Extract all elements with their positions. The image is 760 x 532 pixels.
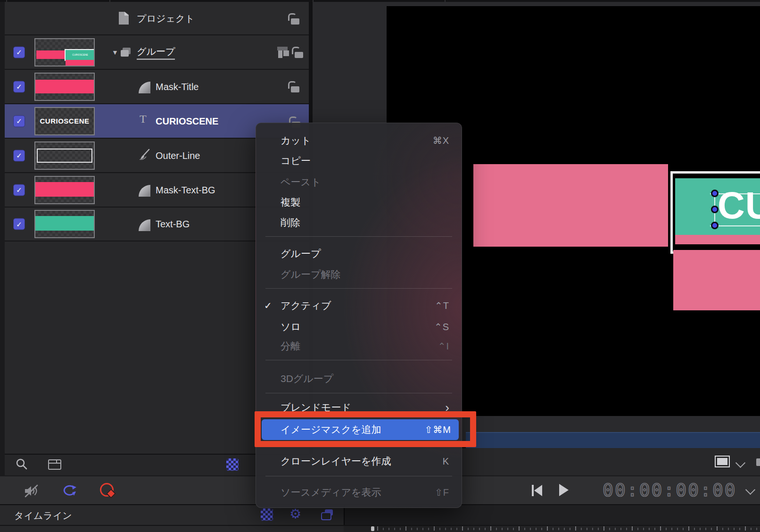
- layer-label: CURIOSCENE: [156, 116, 218, 126]
- layer-thumbnail: [34, 176, 95, 204]
- layer-thumbnail: [34, 141, 95, 170]
- check-icon: ✓: [264, 300, 272, 311]
- menu-separator: [265, 393, 452, 393]
- motion-app-window: プロジェクト ✓ CURIOSCENE ▼ グループ ✓ Mask-Title: [0, 0, 760, 532]
- menu-item-shortcut: ⌃S: [434, 321, 449, 332]
- mute-icon[interactable]: [24, 484, 40, 498]
- menu-item-label: カット: [281, 134, 311, 147]
- layer-label: Mask-Title: [156, 81, 198, 92]
- menu-item-reveal-source-media: ソースメディアを表示 ⇧F: [256, 482, 462, 503]
- menu-item-shortcut: K: [443, 456, 449, 467]
- menu-separator: [265, 360, 452, 360]
- text-layer-icon: T: [140, 113, 147, 125]
- menu-item-delete[interactable]: 削除: [256, 212, 462, 233]
- menu-item-3d-group: 3Dグループ: [256, 368, 462, 389]
- canvas-title-text[interactable]: CU: [718, 187, 760, 224]
- transparency-checker-icon[interactable]: [261, 508, 273, 521]
- loop-icon[interactable]: [61, 483, 78, 498]
- gear-icon[interactable]: ⚙: [289, 507, 301, 521]
- context-menu: カット ⌘X コピー ペースト 複製 削除 グループ グループ解除 ✓ アクティ…: [256, 123, 462, 508]
- thumb-title-box: CURIOSCENE: [65, 49, 95, 61]
- search-icon[interactable]: [16, 458, 28, 471]
- unlock-icon[interactable]: [288, 81, 300, 93]
- transparency-checker-icon[interactable]: [226, 458, 239, 471]
- layer-label: Mask-Text-BG: [156, 184, 215, 195]
- check-icon: ✓: [16, 151, 22, 160]
- menu-item-ungroup: グループ解除: [256, 264, 462, 285]
- mask-icon: [139, 82, 150, 93]
- selection-handle[interactable]: [711, 222, 719, 229]
- mask-icon: [139, 219, 150, 231]
- menu-item-active[interactable]: ✓ アクティブ ⌃T: [256, 295, 462, 316]
- group-layers-icon: [121, 48, 131, 57]
- layer-checkbox[interactable]: ✓: [13, 184, 25, 196]
- layer-checkbox[interactable]: ✓: [13, 115, 25, 127]
- menu-item-shortcut: ⌃T: [435, 300, 449, 311]
- selection-handle[interactable]: [711, 206, 719, 213]
- ruler-ticks-major: [377, 526, 760, 531]
- menu-item-label: グループ: [281, 247, 321, 260]
- menu-item-shortcut: ⌃I: [438, 341, 449, 352]
- menu-separator: [265, 476, 452, 476]
- layer-thumbnail: [34, 210, 95, 238]
- menu-item-label: コピー: [281, 154, 311, 167]
- layer-label: Outer-Line: [156, 150, 200, 161]
- check-icon: ✓: [16, 220, 22, 228]
- layout-icon[interactable]: [48, 459, 61, 470]
- go-to-start-button[interactable]: [532, 485, 543, 496]
- menu-item-duplicate[interactable]: 複製: [256, 192, 462, 213]
- selection-handle[interactable]: [711, 190, 719, 197]
- layer-row-project[interactable]: プロジェクト: [5, 2, 309, 35]
- menu-item-label: 3Dグループ: [281, 372, 333, 385]
- layer-checkbox[interactable]: ✓: [13, 150, 25, 161]
- menu-item-copy[interactable]: コピー: [256, 150, 462, 171]
- menu-item-make-clone-layer[interactable]: クローンレイヤーを作成 K: [256, 451, 462, 472]
- mask-icon: [139, 185, 150, 197]
- thumbnail-text: CURIOSCENE: [35, 108, 94, 134]
- project-document-icon: [119, 12, 129, 25]
- check-icon: ✓: [16, 186, 22, 194]
- canvas-pink-strip: [675, 235, 760, 244]
- menu-item-shortcut: ⌘X: [433, 135, 449, 146]
- timeline-title: タイムライン: [14, 509, 72, 522]
- layer-checkbox[interactable]: ✓: [13, 218, 25, 230]
- fixed-resolution-badge-icon: [277, 46, 289, 58]
- unlock-icon[interactable]: [288, 13, 300, 25]
- layer-row-group[interactable]: ✓ CURIOSCENE ▼ グループ: [5, 35, 309, 70]
- menu-item-cut[interactable]: カット ⌘X: [256, 130, 462, 151]
- menu-item-label: ソースメディアを表示: [281, 486, 381, 499]
- layer-row-mask-title[interactable]: ✓ Mask-Title: [5, 70, 309, 104]
- timeline-scrollbar[interactable]: [466, 432, 760, 448]
- menu-item-solo[interactable]: ソロ ⌃S: [256, 316, 462, 337]
- layer-label: プロジェクト: [137, 12, 195, 25]
- menu-item-label: 複製: [281, 196, 300, 209]
- layer-label: グループ: [137, 45, 175, 59]
- menu-item-label: グループ解除: [281, 268, 340, 281]
- canvas-view-icon[interactable]: [715, 456, 730, 467]
- playhead-marker[interactable]: [371, 526, 374, 531]
- unlock-icon[interactable]: [291, 47, 304, 59]
- play-button[interactable]: [559, 484, 569, 496]
- disclosure-triangle-icon[interactable]: ▼: [112, 49, 118, 56]
- menu-item-label: アクティブ: [281, 299, 331, 312]
- layers-view-icon[interactable]: [321, 509, 333, 520]
- canvas-pink-block[interactable]: [673, 250, 760, 310]
- layer-checkbox[interactable]: ✓: [13, 81, 25, 92]
- timecode-display[interactable]: 00:00:00:00: [603, 480, 737, 500]
- ruler-row-left: [0, 525, 344, 532]
- annotation-highlight-box: [255, 411, 476, 447]
- check-icon: ✓: [16, 48, 22, 57]
- menu-item-shortcut: ⇧F: [435, 487, 449, 498]
- menu-item-isolate: 分離 ⌃I: [256, 336, 462, 357]
- check-icon: ✓: [16, 83, 22, 91]
- menu-item-group[interactable]: グループ: [256, 243, 462, 264]
- record-keyframe-icon[interactable]: [100, 483, 114, 497]
- layer-thumbnail: CURIOSCENE: [34, 38, 95, 66]
- layer-checkbox[interactable]: ✓: [13, 46, 25, 58]
- menu-separator: [265, 236, 452, 237]
- menu-item-label: 削除: [281, 216, 300, 229]
- clipped-toolbar-icon[interactable]: [756, 458, 760, 466]
- canvas-pink-bar[interactable]: [473, 164, 668, 247]
- menu-separator: [265, 288, 452, 289]
- chevron-right-icon: ›: [445, 403, 449, 412]
